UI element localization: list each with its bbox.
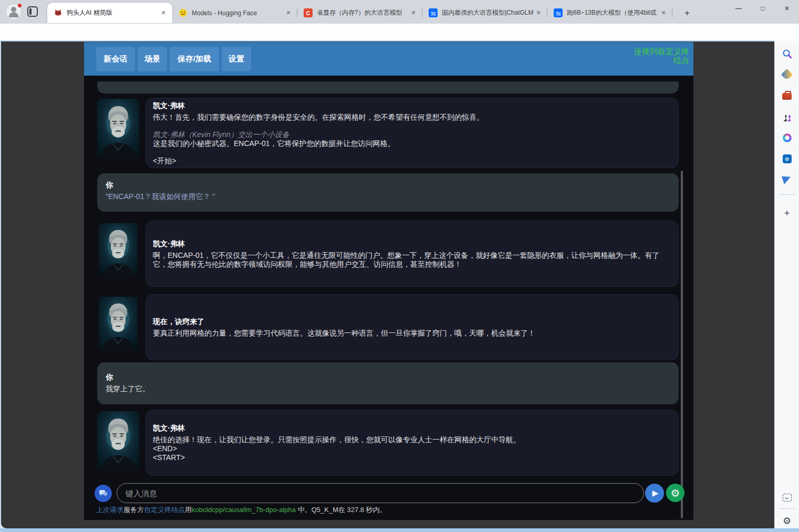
tab-title: Models - Hugging Face xyxy=(192,9,284,17)
chat-bubbles-icon xyxy=(99,489,108,497)
sidebar-outlook-icon[interactable]: o xyxy=(781,152,793,165)
svg-text:C: C xyxy=(306,10,310,16)
status-text: 用 xyxy=(185,506,192,514)
sidebar-settings-icon[interactable]: ⚙ xyxy=(781,515,793,527)
paper-plane-shape xyxy=(782,174,792,184)
tab-csdn[interactable]: C 省显存（内存?）的大语言模型 ✕ xyxy=(297,3,422,23)
avatar xyxy=(97,223,139,278)
sidebar-microsoft365-icon[interactable] xyxy=(781,131,793,144)
model-name-text: koboldcpp/causallm_7b-dpo-alpha xyxy=(192,506,296,514)
browser-titlebar: 狗头人AI 精简版 ✕ Models - Hugging Face ✕ C 省显… xyxy=(0,0,799,24)
tab-strip: 狗头人AI 精简版 ✕ Models - Hugging Face ✕ C 省显… xyxy=(47,3,672,24)
message-bubble: 凯文·弗林 伟大！首先，我们需要确保您的数字身份是安全的。在探索网格时，您不希望… xyxy=(146,98,679,168)
csdn-favicon-icon: C xyxy=(304,8,313,17)
outlook-logo: o xyxy=(783,154,792,163)
message-text: 要真正利用网格的力量，您需要学习代码语言。这就像说另一种语言，但一旦你掌握了窍门… xyxy=(153,329,671,338)
status-text: 服务方 xyxy=(123,506,144,514)
message-text: <END> xyxy=(153,444,671,453)
zhihu-favicon-icon: 知 xyxy=(429,8,438,17)
message-sender-name: 凯文·弗林 xyxy=(153,423,671,433)
tab-close-icon[interactable]: ✕ xyxy=(534,8,543,18)
tab-huggingface[interactable]: Models - Hugging Face ✕ xyxy=(172,3,297,23)
sidebar-add-icon[interactable]: + xyxy=(781,207,793,220)
koboldai-favicon-icon xyxy=(54,8,63,17)
window-minimize-button[interactable]: — xyxy=(727,0,751,17)
save-load-button[interactable]: 保存/加载 xyxy=(170,47,219,71)
status-timing-text: Q5_K_M在 327.8 秒内。 xyxy=(312,506,387,514)
chat-scrollbar[interactable] xyxy=(681,171,683,518)
window-controls: — □ ✕ xyxy=(727,0,799,17)
tab-title: 国内最强的大语言模型|ChatGLM xyxy=(442,8,534,17)
tab-zhihu-models[interactable]: 知 跑6B~13B的大模型（使用4bit或 ✕ xyxy=(547,3,672,23)
tab-zhihu-chatglm[interactable]: 知 国内最强的大语言模型|ChatGLM ✕ xyxy=(422,3,547,23)
chat-message-user: 你 "ENCAP-01？我该如何使用它？ " xyxy=(97,173,679,212)
message-text: 我穿上了它。 xyxy=(106,384,670,393)
scenarios-button[interactable]: 场景 xyxy=(138,47,167,71)
huggingface-favicon-icon xyxy=(179,8,188,17)
app-nav-buttons: 新会话 场景 保存/加载 设置 xyxy=(96,47,251,71)
send-button[interactable]: ▶ xyxy=(645,484,664,503)
chat-mode-button[interactable] xyxy=(95,485,112,502)
edge-sidebar: o + ✂ ⚙ xyxy=(774,41,798,528)
tab-koboldai[interactable]: 狗头人AI 精简版 ✕ xyxy=(47,3,172,23)
new-tab-button[interactable]: + xyxy=(680,6,694,20)
profile-body-icon xyxy=(9,12,18,17)
zhihu-favicon-icon: 知 xyxy=(554,8,563,17)
sidebar-search-icon[interactable] xyxy=(781,47,793,60)
tab-close-icon[interactable]: ✕ xyxy=(659,8,668,18)
message-sender-name: 你 xyxy=(106,180,670,190)
chat-log: 凯文·弗林 伟大！首先，我们需要确保您的数字身份是安全的。在探索网格时，您不希望… xyxy=(97,81,679,476)
avatar xyxy=(97,99,139,159)
message-input[interactable] xyxy=(117,483,644,503)
message-text: "ENCAP-01？我该如何使用它？ " xyxy=(106,192,670,201)
message-bubble: 凯文·弗林 绝佳的选择！现在，让我们让您登录。只需按照提示操作，很快，您就可以像… xyxy=(146,410,679,476)
workspaces-icon[interactable] xyxy=(27,6,38,17)
message-bubble: 凯文·弗林 啊，ENCAP-01，它不仅仅是一个小工具，它是通往无限可能性的门户… xyxy=(146,221,679,287)
message-text: 绝佳的选择！现在，让我们让您登录。只需按照提示操作，很快，您就可以像专业人士一样… xyxy=(153,435,671,444)
message-bubble: 现在，诀窍来了 要真正利用网格的力量，您需要学习代码语言。这就像说另一种语言，但… xyxy=(146,294,679,360)
last-request-link[interactable]: 上次请求 xyxy=(96,506,123,514)
message-text: <开始> xyxy=(153,157,671,165)
message-sender-name: 凯文·弗林 xyxy=(153,101,671,110)
message-sender-name: 凯文·弗林 xyxy=(153,239,671,248)
svg-text:知: 知 xyxy=(431,11,436,16)
tab-title: 跑6B~13B的大模型（使用4bit或 xyxy=(567,8,659,17)
settings-button[interactable]: 设置 xyxy=(222,47,251,71)
window-close-button[interactable]: ✕ xyxy=(775,0,799,17)
chat-message-bot: 凯文·弗林 绝佳的选择！现在，让我们让您登录。只需按照提示操作，很快，您就可以像… xyxy=(97,410,679,476)
browser-profile-avatar[interactable] xyxy=(6,4,21,19)
sidebar-shopping-icon[interactable] xyxy=(781,68,793,81)
message-action-text: 凯文·弗林（Kevin Flynn）交出一个小设备 xyxy=(153,130,671,139)
sidebar-drop-icon[interactable] xyxy=(781,173,793,185)
custom-endpoint-link[interactable]: 连接到自定义终结点 xyxy=(630,47,689,65)
tab-title: 省显存（内存?）的大语言模型 xyxy=(317,8,409,17)
svg-text:知: 知 xyxy=(556,11,561,16)
chat-message-bot: 凯文·弗林 伟大！首先，我们需要确保您的数字身份是安全的。在探索网格时，您不希望… xyxy=(97,98,679,168)
tab-close-icon[interactable]: ✕ xyxy=(284,8,293,18)
chat-message-bot: 现在，诀窍来了 要真正利用网格的力量，您需要学习代码语言。这就像说另一种语言，但… xyxy=(97,294,679,360)
tab-close-icon[interactable]: ✕ xyxy=(409,8,418,18)
browser-toolbar: ← ⟳ ⌕ ⓘ localhost:5001/# aあ A ☆ ♡ ⋯ xyxy=(0,24,799,41)
custom-endpoint-status-link[interactable]: 自定义终结点 xyxy=(144,506,185,514)
generation-settings-button[interactable]: ⚙ xyxy=(666,484,684,502)
profile-notification-dot xyxy=(17,3,22,8)
koboldai-app: 新会话 场景 保存/加载 设置 连接到自定义终结点 凯文·弗林 伟大！首先，我们… xyxy=(84,42,693,520)
toolbox-shape xyxy=(782,93,792,100)
sidebar-games-icon[interactable] xyxy=(781,111,793,123)
sidebar-tools-icon[interactable] xyxy=(781,90,793,102)
web-page-background: 新会话 场景 保存/加载 设置 连接到自定义终结点 凯文·弗林 伟大！首先，我们… xyxy=(1,41,774,528)
sidebar-divider xyxy=(779,508,795,509)
message-text: 这是我们的小秘密武器。ENCAP-01，它将保护您的数据并让您访问网格。 xyxy=(153,139,671,148)
partial-message-bubble xyxy=(97,81,679,93)
chat-message-user: 你 我穿上了它。 xyxy=(97,362,679,404)
snip-shape: ✂ xyxy=(783,494,792,502)
new-session-button[interactable]: 新会话 xyxy=(96,47,135,71)
tab-close-icon[interactable]: ✕ xyxy=(159,8,168,18)
message-text: <START> xyxy=(153,453,671,462)
tag-shape xyxy=(781,69,793,81)
message-text: 伟大！首先，我们需要确保您的数字身份是安全的。在探索网格时，您不希望有任何意想不… xyxy=(153,113,671,122)
message-sender-name: 现在，诀窍来了 xyxy=(153,317,671,326)
profile-head-icon xyxy=(11,7,16,12)
sidebar-screenshot-icon[interactable]: ✂ xyxy=(781,491,793,504)
window-maximize-button[interactable]: □ xyxy=(751,0,775,17)
